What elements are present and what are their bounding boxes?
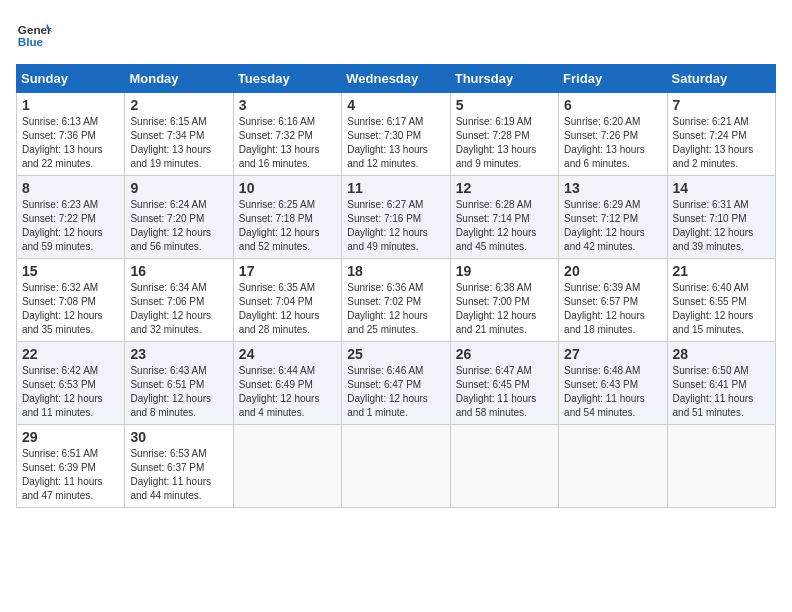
cell-info: Sunrise: 6:25 AM Sunset: 7:18 PM Dayligh… (239, 198, 336, 254)
calendar-cell: 24Sunrise: 6:44 AM Sunset: 6:49 PM Dayli… (233, 342, 341, 425)
calendar-cell: 18Sunrise: 6:36 AM Sunset: 7:02 PM Dayli… (342, 259, 450, 342)
cell-info: Sunrise: 6:35 AM Sunset: 7:04 PM Dayligh… (239, 281, 336, 337)
day-number: 28 (673, 346, 770, 362)
calendar-cell (559, 425, 667, 508)
day-number: 2 (130, 97, 227, 113)
day-number: 21 (673, 263, 770, 279)
cell-info: Sunrise: 6:43 AM Sunset: 6:51 PM Dayligh… (130, 364, 227, 420)
header-row: SundayMondayTuesdayWednesdayThursdayFrid… (17, 65, 776, 93)
cell-info: Sunrise: 6:51 AM Sunset: 6:39 PM Dayligh… (22, 447, 119, 503)
calendar-cell: 25Sunrise: 6:46 AM Sunset: 6:47 PM Dayli… (342, 342, 450, 425)
calendar-cell: 28Sunrise: 6:50 AM Sunset: 6:41 PM Dayli… (667, 342, 775, 425)
day-number: 19 (456, 263, 553, 279)
calendar-cell: 19Sunrise: 6:38 AM Sunset: 7:00 PM Dayli… (450, 259, 558, 342)
cell-info: Sunrise: 6:48 AM Sunset: 6:43 PM Dayligh… (564, 364, 661, 420)
cell-info: Sunrise: 6:47 AM Sunset: 6:45 PM Dayligh… (456, 364, 553, 420)
cell-info: Sunrise: 6:50 AM Sunset: 6:41 PM Dayligh… (673, 364, 770, 420)
calendar-row: 15Sunrise: 6:32 AM Sunset: 7:08 PM Dayli… (17, 259, 776, 342)
cell-info: Sunrise: 6:38 AM Sunset: 7:00 PM Dayligh… (456, 281, 553, 337)
calendar-cell: 22Sunrise: 6:42 AM Sunset: 6:53 PM Dayli… (17, 342, 125, 425)
calendar-cell: 6Sunrise: 6:20 AM Sunset: 7:26 PM Daylig… (559, 93, 667, 176)
day-number: 20 (564, 263, 661, 279)
day-number: 11 (347, 180, 444, 196)
day-number: 14 (673, 180, 770, 196)
calendar-cell: 5Sunrise: 6:19 AM Sunset: 7:28 PM Daylig… (450, 93, 558, 176)
day-number: 27 (564, 346, 661, 362)
day-number: 24 (239, 346, 336, 362)
calendar-cell (450, 425, 558, 508)
day-number: 17 (239, 263, 336, 279)
calendar-cell: 14Sunrise: 6:31 AM Sunset: 7:10 PM Dayli… (667, 176, 775, 259)
day-number: 4 (347, 97, 444, 113)
column-header-tuesday: Tuesday (233, 65, 341, 93)
day-number: 10 (239, 180, 336, 196)
calendar-cell: 13Sunrise: 6:29 AM Sunset: 7:12 PM Dayli… (559, 176, 667, 259)
cell-info: Sunrise: 6:31 AM Sunset: 7:10 PM Dayligh… (673, 198, 770, 254)
calendar-cell: 23Sunrise: 6:43 AM Sunset: 6:51 PM Dayli… (125, 342, 233, 425)
cell-info: Sunrise: 6:36 AM Sunset: 7:02 PM Dayligh… (347, 281, 444, 337)
day-number: 23 (130, 346, 227, 362)
day-number: 29 (22, 429, 119, 445)
day-number: 25 (347, 346, 444, 362)
logo-icon: General Blue (16, 16, 52, 52)
day-number: 16 (130, 263, 227, 279)
calendar-cell: 21Sunrise: 6:40 AM Sunset: 6:55 PM Dayli… (667, 259, 775, 342)
column-header-friday: Friday (559, 65, 667, 93)
cell-info: Sunrise: 6:29 AM Sunset: 7:12 PM Dayligh… (564, 198, 661, 254)
cell-info: Sunrise: 6:27 AM Sunset: 7:16 PM Dayligh… (347, 198, 444, 254)
day-number: 8 (22, 180, 119, 196)
calendar-cell: 26Sunrise: 6:47 AM Sunset: 6:45 PM Dayli… (450, 342, 558, 425)
calendar-cell: 27Sunrise: 6:48 AM Sunset: 6:43 PM Dayli… (559, 342, 667, 425)
calendar-cell: 9Sunrise: 6:24 AM Sunset: 7:20 PM Daylig… (125, 176, 233, 259)
column-header-thursday: Thursday (450, 65, 558, 93)
calendar-row: 1Sunrise: 6:13 AM Sunset: 7:36 PM Daylig… (17, 93, 776, 176)
cell-info: Sunrise: 6:32 AM Sunset: 7:08 PM Dayligh… (22, 281, 119, 337)
day-number: 30 (130, 429, 227, 445)
svg-text:Blue: Blue (18, 35, 44, 48)
cell-info: Sunrise: 6:15 AM Sunset: 7:34 PM Dayligh… (130, 115, 227, 171)
calendar-row: 22Sunrise: 6:42 AM Sunset: 6:53 PM Dayli… (17, 342, 776, 425)
calendar-cell: 30Sunrise: 6:53 AM Sunset: 6:37 PM Dayli… (125, 425, 233, 508)
day-number: 22 (22, 346, 119, 362)
calendar-cell: 10Sunrise: 6:25 AM Sunset: 7:18 PM Dayli… (233, 176, 341, 259)
day-number: 1 (22, 97, 119, 113)
calendar-cell: 29Sunrise: 6:51 AM Sunset: 6:39 PM Dayli… (17, 425, 125, 508)
day-number: 12 (456, 180, 553, 196)
day-number: 13 (564, 180, 661, 196)
column-header-wednesday: Wednesday (342, 65, 450, 93)
day-number: 26 (456, 346, 553, 362)
calendar-table: SundayMondayTuesdayWednesdayThursdayFrid… (16, 64, 776, 508)
cell-info: Sunrise: 6:16 AM Sunset: 7:32 PM Dayligh… (239, 115, 336, 171)
cell-info: Sunrise: 6:19 AM Sunset: 7:28 PM Dayligh… (456, 115, 553, 171)
cell-info: Sunrise: 6:28 AM Sunset: 7:14 PM Dayligh… (456, 198, 553, 254)
calendar-row: 8Sunrise: 6:23 AM Sunset: 7:22 PM Daylig… (17, 176, 776, 259)
cell-info: Sunrise: 6:13 AM Sunset: 7:36 PM Dayligh… (22, 115, 119, 171)
page-header: General Blue (16, 16, 776, 52)
day-number: 9 (130, 180, 227, 196)
cell-info: Sunrise: 6:40 AM Sunset: 6:55 PM Dayligh… (673, 281, 770, 337)
calendar-cell: 17Sunrise: 6:35 AM Sunset: 7:04 PM Dayli… (233, 259, 341, 342)
day-number: 5 (456, 97, 553, 113)
calendar-cell: 3Sunrise: 6:16 AM Sunset: 7:32 PM Daylig… (233, 93, 341, 176)
calendar-cell (233, 425, 341, 508)
calendar-cell: 4Sunrise: 6:17 AM Sunset: 7:30 PM Daylig… (342, 93, 450, 176)
calendar-cell: 2Sunrise: 6:15 AM Sunset: 7:34 PM Daylig… (125, 93, 233, 176)
calendar-cell: 1Sunrise: 6:13 AM Sunset: 7:36 PM Daylig… (17, 93, 125, 176)
calendar-cell: 7Sunrise: 6:21 AM Sunset: 7:24 PM Daylig… (667, 93, 775, 176)
calendar-cell: 20Sunrise: 6:39 AM Sunset: 6:57 PM Dayli… (559, 259, 667, 342)
cell-info: Sunrise: 6:44 AM Sunset: 6:49 PM Dayligh… (239, 364, 336, 420)
calendar-cell: 12Sunrise: 6:28 AM Sunset: 7:14 PM Dayli… (450, 176, 558, 259)
calendar-cell (342, 425, 450, 508)
cell-info: Sunrise: 6:20 AM Sunset: 7:26 PM Dayligh… (564, 115, 661, 171)
calendar-cell (667, 425, 775, 508)
column-header-sunday: Sunday (17, 65, 125, 93)
cell-info: Sunrise: 6:42 AM Sunset: 6:53 PM Dayligh… (22, 364, 119, 420)
column-header-saturday: Saturday (667, 65, 775, 93)
cell-info: Sunrise: 6:46 AM Sunset: 6:47 PM Dayligh… (347, 364, 444, 420)
calendar-cell: 8Sunrise: 6:23 AM Sunset: 7:22 PM Daylig… (17, 176, 125, 259)
day-number: 6 (564, 97, 661, 113)
cell-info: Sunrise: 6:24 AM Sunset: 7:20 PM Dayligh… (130, 198, 227, 254)
calendar-cell: 11Sunrise: 6:27 AM Sunset: 7:16 PM Dayli… (342, 176, 450, 259)
day-number: 7 (673, 97, 770, 113)
column-header-monday: Monday (125, 65, 233, 93)
